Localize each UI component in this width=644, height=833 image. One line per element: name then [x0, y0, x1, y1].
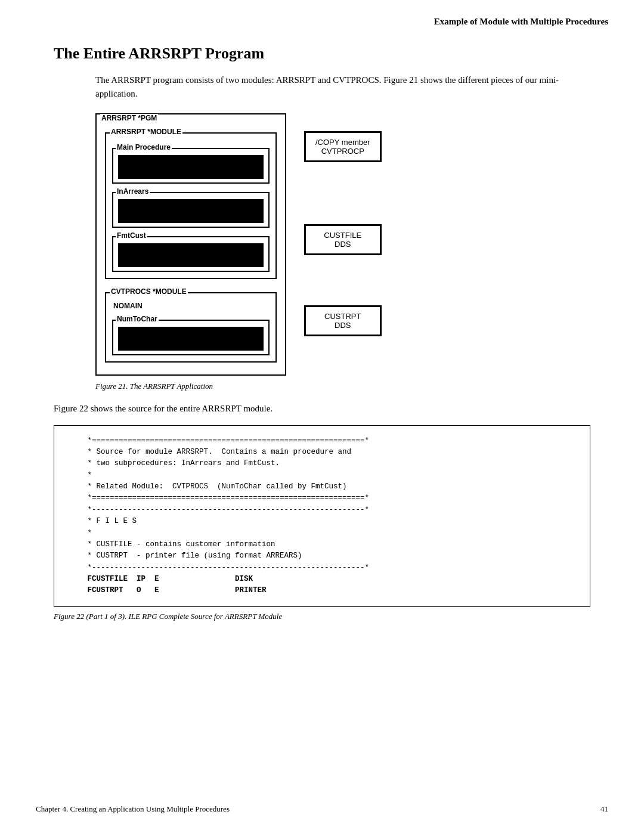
inarrears-box: InArrears: [112, 192, 270, 228]
cvtprocs-module-label: CVTPROCS *MODULE: [110, 287, 188, 296]
code-line-1: *=======================================…: [65, 435, 579, 447]
code-line-6: *=======================================…: [65, 493, 579, 504]
code-line-5: * Related Module: CVTPROCS (NumToChar ca…: [65, 481, 579, 493]
fmtcust-content: [118, 243, 264, 267]
diagram-right: /COPY member CVTPROCP CUSTFILE DDS CUSTR…: [304, 131, 382, 336]
custfile-line1: CUSTFILE: [315, 231, 370, 240]
fmtcust-box: FmtCust: [112, 236, 270, 272]
nomain-label: NOMAIN: [112, 299, 270, 311]
page-content: The Entire ARRSRPT Program The ARRSRPT p…: [0, 33, 644, 669]
figure22-caption: Figure 22 (Part 1 of 3). ILE RPG Complet…: [54, 612, 590, 621]
code-line-10: * CUSTFILE - contains customer informati…: [65, 539, 579, 550]
cvtprocs-module-box: CVTPROCS *MODULE NOMAIN NumToChar: [105, 292, 277, 363]
page-footer: 41: [0, 804, 644, 814]
pgm-box: ARRSRPT *PGM ARRSRPT *MODULE Main Proced…: [95, 113, 286, 376]
copy-member-line1: /COPY member: [315, 138, 370, 147]
main-procedure-label: Main Procedure: [116, 143, 172, 151]
main-procedure-box: Main Procedure: [112, 148, 270, 184]
pgm-label: ARRSRPT *PGM: [100, 114, 158, 122]
custfile-line2: DDS: [315, 240, 370, 249]
page-number: 41: [600, 804, 608, 814]
numtochar-label: NumToChar: [116, 315, 159, 323]
figure21-caption: Figure 21. The ARRSRPT Application: [95, 382, 590, 391]
arrsrpt-module-box: ARRSRPT *MODULE Main Procedure InArrears…: [105, 132, 277, 279]
inarrears-content: [118, 199, 264, 223]
custrpt-line2: DDS: [315, 321, 370, 330]
custrpt-line1: CUSTRPT: [315, 312, 370, 321]
copy-member-line2: CVTPROCP: [315, 147, 370, 156]
custrpt-box: CUSTRPT DDS: [304, 305, 382, 336]
numtochar-box: NumToChar: [112, 320, 270, 355]
intro-text: The ARRSRPT program consists of two modu…: [95, 73, 590, 100]
custfile-box: CUSTFILE DDS: [304, 224, 382, 255]
copy-member-box: /COPY member CVTPROCP: [304, 131, 382, 162]
inarrears-label: InArrears: [116, 187, 150, 196]
code-line-8: * F I L E S: [65, 516, 579, 527]
code-line-fcustfile: FCUSTFILE IP E DISK: [65, 574, 579, 585]
code-line-4: *: [65, 470, 579, 481]
diagram: ARRSRPT *PGM ARRSRPT *MODULE Main Proced…: [95, 113, 590, 376]
arrsrpt-module-label: ARRSRPT *MODULE: [110, 128, 182, 136]
fmtcust-label: FmtCust: [116, 231, 147, 240]
section-title: The Entire ARRSRPT Program: [54, 45, 590, 63]
header-title: Example of Module with Multiple Procedur…: [434, 17, 608, 26]
code-line-2: * Source for module ARRSRPT. Contains a …: [65, 447, 579, 458]
code-line-12: *---------------------------------------…: [65, 562, 579, 574]
code-line-3: * two subprocedures: InArrears and FmtCu…: [65, 458, 579, 469]
code-line-fcustrpt: FCUSTRPT O E PRINTER: [65, 585, 579, 596]
code-line-11: * CUSTRPT - printer file (using format A…: [65, 550, 579, 562]
code-line-9: *: [65, 528, 579, 539]
code-line-7: *---------------------------------------…: [65, 504, 579, 516]
page-header: Example of Module with Multiple Procedur…: [0, 0, 644, 33]
code-box: *=======================================…: [54, 425, 590, 607]
numtochar-content: [118, 327, 264, 351]
body-text: Figure 22 shows the source for the entir…: [54, 402, 590, 416]
main-procedure-content: [118, 155, 264, 179]
